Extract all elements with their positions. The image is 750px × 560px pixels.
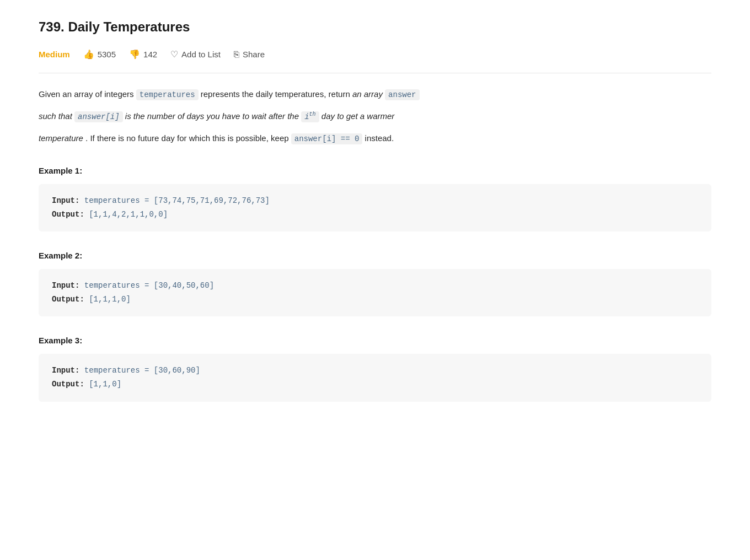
thumbs-down-icon: 👎 bbox=[129, 47, 140, 62]
answer-i-code: answer[i] bbox=[74, 111, 123, 122]
example-2: Example 2:Input: temperatures = [30,40,5… bbox=[39, 249, 711, 316]
description-paragraph-2: such that answer[i] is the number of day… bbox=[39, 109, 711, 124]
input-value: temperatures = [30,40,50,60] bbox=[84, 281, 214, 290]
problem-title: 739. Daily Temperatures bbox=[39, 17, 711, 37]
answer-code: answer bbox=[385, 89, 419, 100]
desc-part6b: . If there is no future day for which th… bbox=[85, 133, 289, 143]
desc-italic-part: such that answer[i] is the number of day… bbox=[39, 111, 394, 121]
i-code: ith bbox=[301, 111, 319, 122]
input-label: Input: bbox=[52, 366, 79, 375]
example-1-label: Example 1: bbox=[39, 164, 711, 177]
upvote-count: 5305 bbox=[98, 48, 116, 61]
input-value: temperatures = [30,60,90] bbox=[84, 366, 200, 375]
output-value: [1,1,1,0] bbox=[89, 295, 131, 304]
input-label: Input: bbox=[52, 196, 79, 205]
add-to-list-label: Add to List bbox=[181, 48, 221, 61]
example-1: Example 1:Input: temperatures = [73,74,7… bbox=[39, 164, 711, 231]
problem-description: Given an array of integers temperatures … bbox=[39, 87, 711, 147]
example-2-code-block: Input: temperatures = [30,40,50,60]Outpu… bbox=[39, 269, 711, 316]
example-2-label: Example 2: bbox=[39, 249, 711, 262]
output-label: Output: bbox=[52, 380, 84, 389]
temperatures-code: temperatures bbox=[136, 89, 199, 100]
example-1-input-line: Input: temperatures = [73,74,75,71,69,72… bbox=[52, 194, 698, 208]
example-3-output-line: Output: [1,1,0] bbox=[52, 378, 698, 391]
desc-part7: instead. bbox=[365, 133, 394, 143]
output-label: Output: bbox=[52, 295, 84, 304]
desc-part2: represents the daily temperatures, retur… bbox=[201, 89, 350, 99]
example-3-input-line: Input: temperatures = [30,60,90] bbox=[52, 364, 698, 378]
example-3: Example 3:Input: temperatures = [30,60,9… bbox=[39, 334, 711, 401]
description-paragraph-1: Given an array of integers temperatures … bbox=[39, 87, 711, 102]
heart-icon: ♡ bbox=[170, 47, 178, 62]
share-icon: ⎘ bbox=[234, 47, 239, 62]
upvote-action[interactable]: 👍 5305 bbox=[83, 47, 116, 62]
downvote-count: 142 bbox=[143, 48, 157, 61]
share-button[interactable]: ⎘ Share bbox=[234, 47, 265, 62]
example-1-output-line: Output: [1,1,4,2,1,1,0,0] bbox=[52, 208, 698, 222]
thumbs-up-icon: 👍 bbox=[83, 47, 94, 62]
example-3-label: Example 3: bbox=[39, 334, 711, 347]
output-value: [1,1,0] bbox=[89, 380, 121, 389]
example-3-code-block: Input: temperatures = [30,60,90]Output: … bbox=[39, 354, 711, 401]
example-1-code-block: Input: temperatures = [73,74,75,71,69,72… bbox=[39, 184, 711, 231]
desc-part1: Given an array of integers bbox=[39, 89, 134, 99]
desc-temperature-italic: temperature bbox=[39, 133, 83, 143]
downvote-action[interactable]: 👎 142 bbox=[129, 47, 157, 62]
description-paragraph-3: temperature . If there is no future day … bbox=[39, 131, 711, 146]
output-label: Output: bbox=[52, 210, 84, 219]
difficulty-badge: Medium bbox=[39, 48, 70, 61]
answer-i-eq-0-code: answer[i] == 0 bbox=[291, 133, 363, 144]
input-value: temperatures = [73,74,75,71,69,72,76,73] bbox=[84, 196, 270, 205]
input-label: Input: bbox=[52, 281, 79, 290]
share-label: Share bbox=[243, 48, 265, 61]
example-2-output-line: Output: [1,1,1,0] bbox=[52, 293, 698, 306]
desc-an-array: an array bbox=[352, 89, 383, 99]
meta-bar: Medium 👍 5305 👎 142 ♡ Add to List ⎘ Shar… bbox=[39, 47, 711, 73]
example-2-input-line: Input: temperatures = [30,40,50,60] bbox=[52, 279, 698, 293]
examples-container: Example 1:Input: temperatures = [73,74,7… bbox=[39, 164, 711, 402]
output-value: [1,1,4,2,1,1,0,0] bbox=[89, 210, 168, 219]
page-container: 739. Daily Temperatures Medium 👍 5305 👎 … bbox=[17, 0, 733, 423]
add-to-list-button[interactable]: ♡ Add to List bbox=[170, 47, 221, 62]
